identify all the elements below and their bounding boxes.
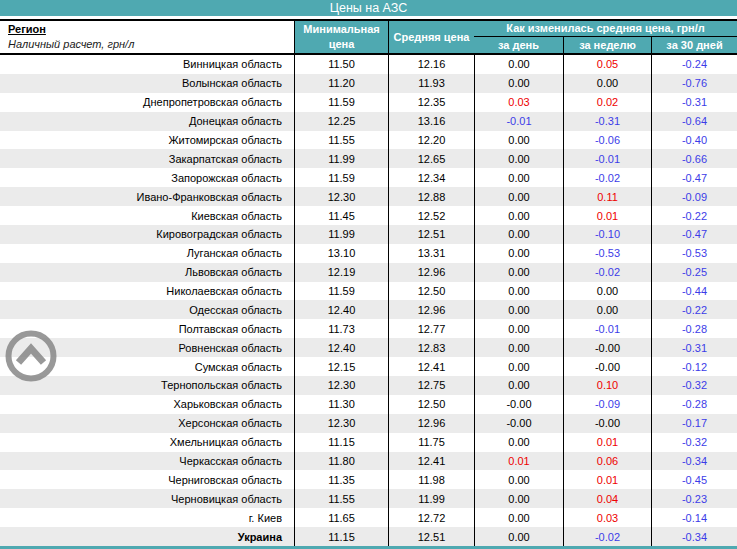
table-row: Черновицкая область 11.55 11.99 0.00 0.0… — [0, 489, 737, 508]
column-header-change-30days: за 30 дней — [651, 37, 737, 53]
table-row: Тернопольская область 12.30 12.75 0.00 0… — [0, 376, 737, 395]
change-30days-cell: -0.34 — [651, 527, 737, 546]
table-row: Кировоградская область 11.99 12.51 0.00 … — [0, 225, 737, 244]
change-week-cell: -0.02 — [563, 168, 651, 187]
min-price-cell: 13.10 — [294, 244, 388, 263]
change-day-cell: 0.00 — [474, 244, 563, 263]
change-group-label: Как изменилась средняя цена, грн/л — [474, 21, 737, 37]
change-30days-cell: -0.24 — [651, 55, 737, 74]
change-day-cell: 0.00 — [474, 282, 563, 301]
avg-price-cell: 11.75 — [388, 433, 474, 452]
change-30days-cell: -0.31 — [651, 93, 737, 112]
region-cell: Николаевская область — [0, 282, 294, 301]
column-header-change-week: за неделю — [563, 37, 651, 53]
table-row: Николаевская область 11.59 12.50 0.00 0.… — [0, 282, 737, 301]
min-price-cell: 11.35 — [294, 470, 388, 489]
avg-price-cell: 13.16 — [388, 112, 474, 131]
change-30days-cell: -0.28 — [651, 395, 737, 414]
region-cell: Запорожская область — [0, 168, 294, 187]
avg-price-cell: 12.50 — [388, 395, 474, 414]
change-week-cell: -0.02 — [563, 263, 651, 282]
region-cell: Харьковская область — [0, 395, 294, 414]
change-week-cell: -0.02 — [563, 527, 651, 546]
table-header: Регион Наличный расчет, грн/л Минимальна… — [0, 19, 737, 55]
change-week-cell: 0.00 — [563, 300, 651, 319]
change-week-cell: -0.53 — [563, 244, 651, 263]
change-week-cell: 0.00 — [563, 74, 651, 93]
region-cell: Волынская область — [0, 74, 294, 93]
region-cell: Ивано-Франковская область — [0, 187, 294, 206]
change-day-cell: 0.00 — [474, 74, 563, 93]
change-week-cell: -0.09 — [563, 395, 651, 414]
chevron-up-icon — [5, 370, 57, 385]
change-week-cell: 0.01 — [563, 206, 651, 225]
avg-price-cell: 12.83 — [388, 338, 474, 357]
change-day-cell: 0.00 — [474, 225, 563, 244]
change-week-cell: -0.06 — [563, 131, 651, 150]
change-day-cell: 0.00 — [474, 357, 563, 376]
region-subheader-label: Наличный расчет, грн/л — [8, 37, 286, 52]
change-day-cell: 0.01 — [474, 452, 563, 471]
column-header-avg-price: Средняя цена — [388, 21, 474, 53]
avg-price-cell: 12.16 — [388, 55, 474, 74]
min-price-cell: 12.40 — [294, 338, 388, 357]
min-price-cell: 12.30 — [294, 376, 388, 395]
table-row: Черниговская область 11.35 11.98 0.00 0.… — [0, 470, 737, 489]
table-row: Ровненская область 12.40 12.83 0.00 -0.0… — [0, 338, 737, 357]
region-cell: Одесская область — [0, 300, 294, 319]
change-week-cell: -0.01 — [563, 319, 651, 338]
avg-price-cell: 13.31 — [388, 244, 474, 263]
change-30days-cell: -0.09 — [651, 187, 737, 206]
change-subcolumns: за день за неделю за 30 дней — [474, 37, 737, 53]
table-row: Волынская область 11.20 11.93 0.00 0.00 … — [0, 74, 737, 93]
change-30days-cell: -0.12 — [651, 357, 737, 376]
region-cell: Черновицкая область — [0, 489, 294, 508]
table-row: Полтавская область 11.73 12.77 0.00 -0.0… — [0, 319, 737, 338]
table-row: Днепропетровская область 11.59 12.35 0.0… — [0, 93, 737, 112]
change-week-cell: 0.03 — [563, 508, 651, 527]
min-price-cell: 12.30 — [294, 414, 388, 433]
change-day-cell: 0.00 — [474, 55, 563, 74]
region-cell: Киевская область — [0, 206, 294, 225]
table-row: Львовская область 12.19 12.96 0.00 -0.02… — [0, 263, 737, 282]
min-price-cell: 11.20 — [294, 74, 388, 93]
avg-price-cell: 12.51 — [388, 225, 474, 244]
change-30days-cell: -0.14 — [651, 508, 737, 527]
min-price-cell: 11.65 — [294, 508, 388, 527]
min-price-cell: 11.50 — [294, 55, 388, 74]
table-row: Винницкая область 11.50 12.16 0.00 0.05 … — [0, 55, 737, 74]
min-price-cell: 11.59 — [294, 168, 388, 187]
table-row: Херсонская область 12.30 12.96 -0.00 -0.… — [0, 414, 737, 433]
change-30days-cell: -0.31 — [651, 338, 737, 357]
change-day-cell: 0.00 — [474, 319, 563, 338]
change-day-cell: 0.00 — [474, 376, 563, 395]
change-day-cell: -0.00 — [474, 395, 563, 414]
change-30days-cell: -0.22 — [651, 300, 737, 319]
table-row: Одесская область 12.40 12.96 0.00 0.00 -… — [0, 300, 737, 319]
change-30days-cell: -0.17 — [651, 414, 737, 433]
change-30days-cell: -0.25 — [651, 263, 737, 282]
table-row: Сумская область 12.15 12.41 0.00 -0.00 -… — [0, 357, 737, 376]
change-day-cell: 0.00 — [474, 168, 563, 187]
change-week-cell: -0.10 — [563, 225, 651, 244]
avg-price-cell: 12.51 — [388, 527, 474, 546]
change-week-cell: -0.00 — [563, 414, 651, 433]
change-week-cell: -0.00 — [563, 357, 651, 376]
change-day-cell: 0.00 — [474, 527, 563, 546]
region-cell: Черниговская область — [0, 470, 294, 489]
min-price-cell: 11.99 — [294, 149, 388, 168]
scroll-to-top-button[interactable] — [5, 330, 57, 382]
avg-price-cell: 12.96 — [388, 414, 474, 433]
min-price-cell: 12.15 — [294, 357, 388, 376]
table-row: Черкасская область 11.80 12.41 0.01 0.06… — [0, 452, 737, 471]
region-cell: г. Киев — [0, 508, 294, 527]
region-cell: Днепропетровская область — [0, 93, 294, 112]
region-cell: Кировоградская область — [0, 225, 294, 244]
min-price-cell: 11.59 — [294, 93, 388, 112]
table-row: Харьковская область 11.30 12.50 -0.00 -0… — [0, 395, 737, 414]
change-30days-cell: -0.32 — [651, 433, 737, 452]
change-day-cell: 0.00 — [474, 489, 563, 508]
change-day-cell: 0.00 — [474, 508, 563, 527]
min-price-cell: 11.55 — [294, 131, 388, 150]
region-cell: Житомирская область — [0, 131, 294, 150]
